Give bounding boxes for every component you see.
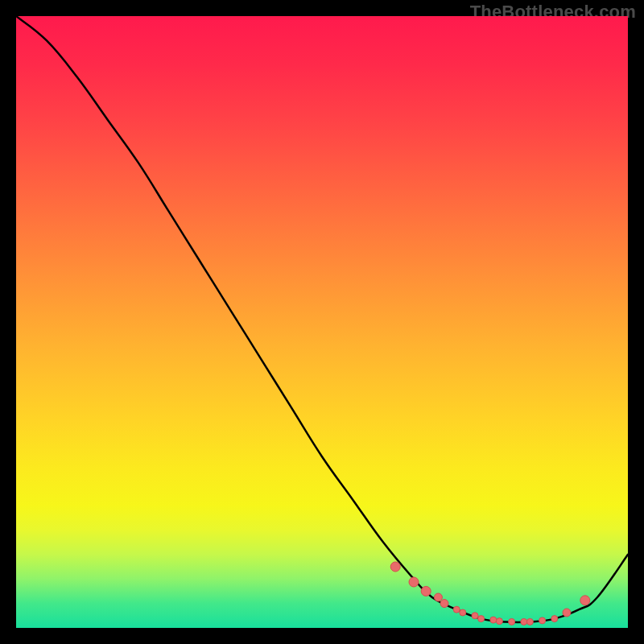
curve-dot	[509, 618, 515, 625]
plot-area	[16, 16, 628, 628]
curve-dot	[478, 616, 485, 622]
curve-dot	[453, 606, 460, 613]
curve-dot	[539, 617, 546, 624]
curve-dot	[472, 613, 478, 619]
curve-dot	[440, 600, 448, 608]
curve-dot	[434, 593, 442, 601]
curve-dot	[521, 618, 527, 625]
curve-dot	[421, 586, 431, 596]
curve-dot	[580, 596, 590, 605]
chart-frame: TheBottleneck.com	[0, 0, 644, 644]
curve-dot	[526, 618, 533, 625]
curve-dot	[490, 617, 497, 623]
curve-line	[16, 16, 628, 622]
curve-dot	[390, 562, 400, 572]
curve-dot	[409, 577, 419, 587]
curve-dot	[496, 618, 502, 625]
curve-dots	[390, 562, 590, 625]
curve-dot	[551, 616, 558, 622]
curve-dot	[460, 609, 466, 616]
bottleneck-curve	[16, 16, 628, 628]
curve-dot	[563, 609, 571, 617]
